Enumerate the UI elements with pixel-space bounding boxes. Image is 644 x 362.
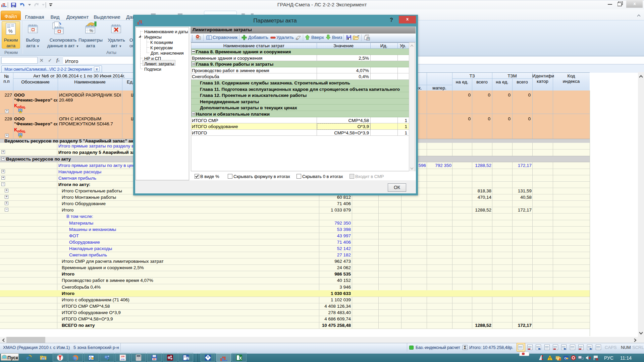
svg-text:2: 2 [108, 359, 109, 361]
svg-text:e: e [26, 355, 29, 361]
svg-text:O: O [565, 357, 567, 360]
svg-text:%: % [8, 28, 12, 34]
svg-text:100: 100 [121, 355, 125, 358]
svg-text:W: W [186, 356, 189, 361]
svg-text:X: X [239, 356, 242, 361]
svg-text:%: % [90, 28, 93, 33]
svg-text:сто: сто [121, 358, 125, 360]
